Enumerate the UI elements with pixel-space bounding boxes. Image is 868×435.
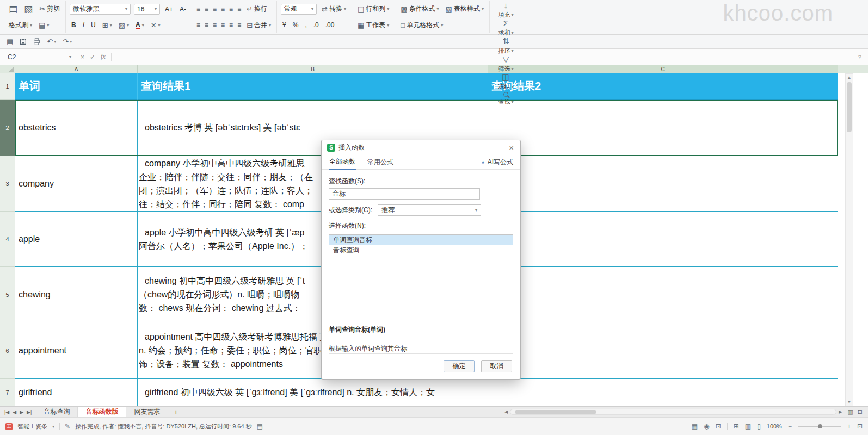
cell-format-button[interactable]: □单元格格式▾ — [399, 20, 445, 30]
row-header-5[interactable]: 5 — [0, 267, 15, 322]
decrease-font-button[interactable]: A- — [178, 5, 188, 14]
increase-font-button[interactable]: A+ — [163, 5, 175, 14]
last-sheet-icon[interactable]: ▶| — [27, 409, 32, 415]
next-sheet-icon[interactable]: ▶ — [20, 409, 23, 415]
fill-tool-button[interactable]: ↓ 填充▾ — [494, 1, 518, 19]
name-box[interactable]: C2 ▾ — [4, 51, 75, 63]
currency-button[interactable]: ¥ — [281, 21, 288, 29]
clear-format-button[interactable]: ✕▾ — [149, 21, 162, 29]
zoom-level[interactable]: 100% — [767, 423, 782, 430]
cell-c1[interactable]: 查询结果2 — [488, 73, 838, 100]
rows-cols-button[interactable]: ▤行和列▾ — [356, 4, 391, 14]
redo-button[interactable]: ↷▾ — [63, 38, 72, 46]
underline-button[interactable]: U — [89, 21, 97, 29]
format-painter-icon[interactable]: ▧ — [22, 3, 34, 15]
font-color-button[interactable]: A▾ — [134, 20, 146, 30]
list-item-function[interactable]: 音标查询 — [329, 245, 513, 256]
confirm-entry-icon[interactable]: ✓ — [90, 53, 95, 61]
sheet-tab-yinbiaohanshuban[interactable]: 音标函数版 — [78, 407, 126, 417]
align-top-center-icon[interactable]: ≡ — [204, 5, 209, 13]
row-header-3[interactable]: 3 — [0, 156, 15, 212]
conditional-format-button[interactable]: ▩条件格式▾ — [399, 4, 440, 14]
zoom-slider-thumb[interactable] — [818, 424, 822, 428]
cell-c4[interactable] — [488, 212, 838, 267]
sheet-tab-yinbiaochaxun[interactable]: 音标查询 — [36, 407, 78, 417]
insert-function-icon[interactable]: fx — [101, 53, 106, 61]
fill-color-button[interactable]: ▨▾ — [117, 21, 131, 29]
align-bottom-center-icon[interactable]: ≡ — [204, 21, 209, 29]
select-all-corner[interactable] — [0, 65, 15, 73]
fit-screen-icon[interactable]: ⊡ — [857, 422, 863, 430]
undo-button[interactable]: ↶▾ — [47, 38, 56, 46]
borders-button[interactable]: ⊞▾ — [101, 21, 114, 29]
function-search-input[interactable]: 音标 — [329, 188, 480, 200]
cut-button[interactable]: ✂剪切 — [38, 4, 61, 14]
merge-cells-button[interactable]: ⊟合并▾ — [245, 20, 273, 30]
cell-b7[interactable]: girlfriend 初中四级六级 英 [ˈɡɜːlfrend] 美 [ˈɡɜː… — [138, 379, 488, 406]
italic-button[interactable]: I — [81, 21, 86, 29]
cell-a7[interactable]: girlfriend — [15, 379, 138, 406]
row-header-2[interactable]: 2 — [0, 100, 15, 156]
ai-formula-button[interactable]: ⋆ AI写公式 — [481, 158, 513, 167]
cell-a5[interactable]: chewing — [15, 267, 138, 322]
tab-all-functions[interactable]: 全部函数 — [329, 154, 356, 170]
row-header-6[interactable]: 6 — [0, 322, 15, 379]
align-top-left-icon[interactable]: ≡ — [196, 5, 201, 13]
worksheet-button[interactable]: ▦工作表▾ — [356, 20, 391, 30]
indent-increase-icon[interactable]: ≡ — [229, 21, 233, 29]
percent-button[interactable]: % — [291, 21, 300, 29]
cell-c3[interactable] — [488, 156, 838, 212]
cell-a2[interactable]: obstetrics — [15, 100, 138, 156]
paste-icon[interactable]: ▤ — [7, 3, 19, 15]
expand-view-icon[interactable]: ⊡ — [858, 408, 863, 415]
comma-style-button[interactable]: , — [303, 21, 308, 29]
row-header-1[interactable]: 1 — [0, 73, 15, 100]
page-break-icon[interactable]: ▯ — [757, 422, 761, 430]
prev-sheet-icon[interactable]: ◀ — [13, 409, 16, 415]
save-icon[interactable] — [20, 38, 27, 45]
orientation-icon[interactable]: ≡ — [237, 21, 242, 29]
cancel-entry-icon[interactable]: × — [81, 53, 84, 61]
cell-c6[interactable] — [488, 322, 838, 379]
indent-decrease-icon[interactable]: ≡ — [220, 21, 225, 29]
number-format-select[interactable]: 常规▾ — [281, 4, 317, 15]
normal-view-icon[interactable]: ⊞ — [734, 422, 739, 430]
plugin-label[interactable]: 智能工资条 — [17, 422, 47, 431]
zoom-in-icon[interactable]: + — [847, 422, 851, 430]
column-header-c[interactable]: C — [488, 65, 838, 73]
row-header-7[interactable]: 7 — [0, 379, 15, 406]
zoom-out-icon[interactable]: − — [788, 422, 792, 430]
freeze-tool-button[interactable]: ◫ 冻结▾ — [494, 73, 518, 91]
cancel-button[interactable]: 取消 — [481, 360, 512, 372]
format-painter-button[interactable]: 格式刷▾ — [7, 20, 34, 30]
cell-c5[interactable] — [488, 267, 838, 322]
bold-button[interactable]: B — [70, 21, 78, 29]
align-middle-right-icon[interactable]: ≡ — [237, 5, 242, 13]
file-icon[interactable]: ▤ — [7, 38, 13, 46]
scroll-right-icon[interactable]: ▶ — [839, 409, 842, 414]
expand-formula-bar-icon[interactable]: ▿ — [852, 53, 868, 60]
reading-view-icon[interactable]: ◉ — [704, 422, 709, 430]
align-top-right-icon[interactable]: ≡ — [212, 5, 217, 13]
align-bottom-right-icon[interactable]: ≡ — [212, 21, 217, 29]
vertical-scroll-thumb[interactable] — [847, 82, 852, 132]
cell-c2[interactable] — [488, 100, 838, 156]
cell-a4[interactable]: apple — [15, 212, 138, 267]
scroll-down-icon[interactable]: ▼ — [847, 399, 852, 406]
cell-c7[interactable] — [488, 379, 838, 406]
find-tool-button[interactable]: 查找▾ — [494, 91, 518, 106]
tab-common-formulas[interactable]: 常用公式 — [367, 155, 394, 170]
column-header-a[interactable]: A — [15, 65, 138, 73]
formula-input[interactable] — [112, 49, 852, 65]
cell-a3[interactable]: company — [15, 156, 138, 212]
align-bottom-left-icon[interactable]: ≡ — [196, 21, 201, 29]
clipboard-status-icon[interactable]: ▤ — [257, 422, 263, 430]
print-icon[interactable] — [33, 38, 40, 45]
layout-options-icon[interactable]: ⊡ — [716, 422, 721, 430]
convert-button[interactable]: ⇄转换▾ — [320, 4, 348, 14]
split-view-icon[interactable]: ▥ — [847, 408, 853, 415]
horizontal-scrollbar[interactable] — [510, 409, 836, 415]
scroll-up-icon[interactable]: ▲ — [847, 74, 852, 81]
add-sheet-button[interactable]: + — [168, 408, 183, 416]
scroll-left-icon[interactable]: ◀ — [504, 409, 508, 414]
